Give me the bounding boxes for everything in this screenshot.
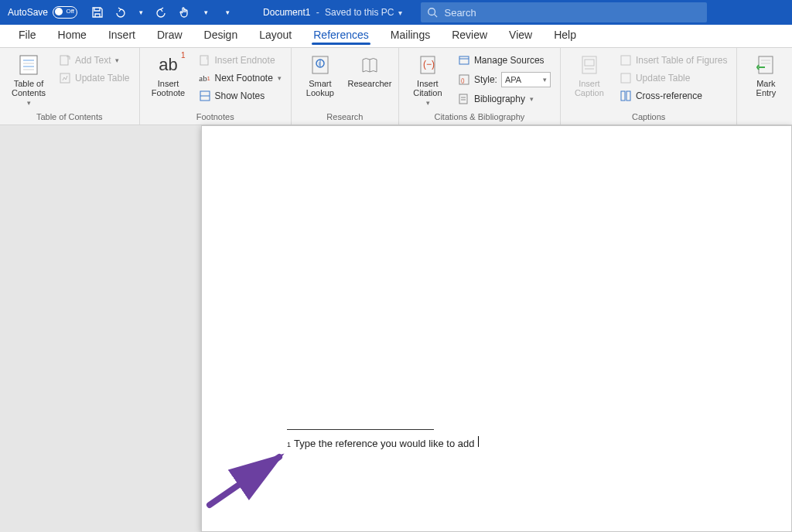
tab-layout[interactable]: Layout (248, 24, 302, 47)
tab-mailings[interactable]: Mailings (380, 24, 441, 47)
autosave-toggle[interactable]: Off (53, 6, 77, 19)
svg-text:i: i (207, 56, 207, 60)
researcher-button[interactable]: Researcher (347, 51, 392, 97)
researcher-icon (357, 53, 382, 77)
footnote-area[interactable]: 1 Type the reference you would like to a… (287, 429, 612, 449)
document-workspace: 1 Type the reference you would like to a… (0, 125, 792, 532)
tab-help[interactable]: Help (543, 24, 587, 47)
manage-sources-icon (458, 54, 470, 66)
citation-style-selector[interactable]: () Style: APA▾ (455, 70, 554, 89)
redo-button[interactable] (155, 5, 170, 20)
tab-insert[interactable]: Insert (97, 24, 146, 47)
show-notes-button[interactable]: Show Notes (196, 88, 285, 104)
smart-lookup-label: Smart Lookup (306, 79, 334, 97)
autosave-label: AutoSave (8, 7, 48, 18)
svg-rect-30 (621, 56, 630, 65)
insert-caption-button[interactable]: Insert Caption (567, 51, 612, 104)
svg-text:i: i (319, 60, 320, 67)
search-box[interactable] (421, 2, 707, 22)
undo-dropdown[interactable]: ▾ (133, 5, 148, 20)
tab-home[interactable]: Home (47, 24, 97, 47)
group-index: Mark Entry Insert Index Update Index Ind… (737, 48, 792, 124)
chevron-down-icon: ▾ (115, 56, 119, 64)
undo-button[interactable] (111, 5, 127, 20)
group-label: Table of Contents (6, 110, 133, 124)
bibliography-icon (458, 93, 470, 105)
chevron-down-icon: ▾ (426, 99, 430, 107)
show-notes-icon (199, 90, 211, 102)
group-label: Index (743, 110, 792, 124)
ribbon: Table of Contents ▾ Add Text▾ Update Tab… (0, 48, 792, 125)
svg-line-1 (435, 15, 438, 18)
insert-footnote-icon: ab1 (156, 53, 181, 77)
svg-rect-31 (621, 73, 630, 83)
document-page[interactable]: 1 Type the reference you would like to a… (201, 125, 792, 532)
group-captions: Insert Caption Insert Table of Figures U… (561, 48, 738, 124)
update-icon (59, 72, 71, 84)
tab-references[interactable]: References (302, 24, 380, 47)
update-table-captions-button[interactable]: Update Table (616, 70, 731, 86)
group-citations: (−) Insert Citation ▾ Manage Sources () … (399, 48, 561, 124)
add-text-button[interactable]: Add Text▾ (56, 53, 133, 68)
insert-footnote-label: Insert Footnote (152, 79, 185, 97)
insert-citation-label: Insert Citation (413, 79, 442, 97)
svg-rect-24 (459, 94, 467, 104)
group-label: Footnotes (146, 110, 285, 124)
group-label: Citations & Bibliography (405, 110, 554, 124)
next-footnote-icon: ab1 (199, 72, 211, 84)
svg-line-39 (210, 457, 279, 505)
document-title-area[interactable]: Document1 - Saved to this PC ▾ (240, 7, 413, 18)
autosave-control[interactable]: AutoSave Off (0, 6, 85, 19)
endnote-icon: i (199, 54, 211, 66)
style-dropdown[interactable]: APA▾ (501, 72, 551, 87)
mark-entry-button[interactable]: Mark Entry (743, 51, 788, 97)
touch-mode-dropdown[interactable]: ▾ (198, 5, 213, 20)
insert-citation-button[interactable]: (−) Insert Citation ▾ (405, 51, 450, 107)
footnote-number: 1 (287, 441, 291, 448)
group-table-of-contents: Table of Contents ▾ Add Text▾ Update Tab… (0, 48, 140, 124)
save-icon[interactable] (90, 5, 105, 20)
tab-draw[interactable]: Draw (146, 24, 193, 47)
annotation-arrow-icon (202, 451, 295, 513)
svg-rect-33 (626, 91, 630, 101)
tab-design[interactable]: Design (193, 24, 249, 47)
tof-icon (620, 54, 632, 66)
insert-caption-icon (577, 53, 602, 77)
insert-footnote-button[interactable]: ab1 Insert Footnote (146, 51, 191, 104)
insert-caption-label: Insert Caption (575, 79, 604, 97)
cross-reference-icon (620, 90, 632, 102)
update-icon (620, 72, 632, 84)
chevron-down-icon: ▾ (530, 95, 534, 103)
save-status: Saved to this PC (325, 7, 394, 18)
svg-rect-28 (585, 60, 594, 66)
smart-lookup-button[interactable]: i Smart Lookup (298, 51, 343, 97)
update-table-button[interactable]: Update Table (56, 70, 133, 86)
svg-text:(): () (461, 77, 465, 84)
researcher-label: Researcher (347, 79, 391, 88)
next-footnote-button[interactable]: ab1 Next Footnote▾ (196, 70, 285, 86)
touch-mode-button[interactable] (176, 5, 192, 20)
tab-file[interactable]: File (8, 24, 47, 47)
smart-lookup-icon: i (308, 53, 333, 77)
tab-view[interactable]: View (498, 24, 543, 47)
svg-rect-34 (759, 56, 773, 73)
insert-endnote-button[interactable]: i Insert Endnote (196, 53, 285, 68)
bibliography-button[interactable]: Bibliography▾ (455, 91, 554, 107)
search-input[interactable] (444, 7, 707, 19)
table-of-contents-icon (16, 53, 41, 77)
table-of-contents-button[interactable]: Table of Contents ▾ (6, 51, 51, 107)
chevron-down-icon: ▾ (398, 9, 402, 17)
footnote-separator (287, 429, 434, 430)
cross-reference-button[interactable]: Cross-reference (616, 88, 731, 104)
tab-review[interactable]: Review (441, 24, 498, 47)
quick-access-toolbar: ▾ ▾ ▾ (85, 5, 240, 20)
mark-entry-icon (753, 53, 778, 77)
footnote-entry[interactable]: 1 Type the reference you would like to a… (287, 436, 612, 449)
qat-customize-button[interactable]: ▾ (220, 5, 235, 20)
svg-rect-32 (621, 91, 625, 101)
svg-rect-2 (20, 56, 37, 74)
manage-sources-button[interactable]: Manage Sources (455, 53, 554, 68)
group-label: Research (298, 110, 392, 124)
title-bar: AutoSave Off ▾ ▾ ▾ Document1 - Saved to … (0, 0, 792, 25)
insert-tof-button[interactable]: Insert Table of Figures (616, 53, 731, 68)
